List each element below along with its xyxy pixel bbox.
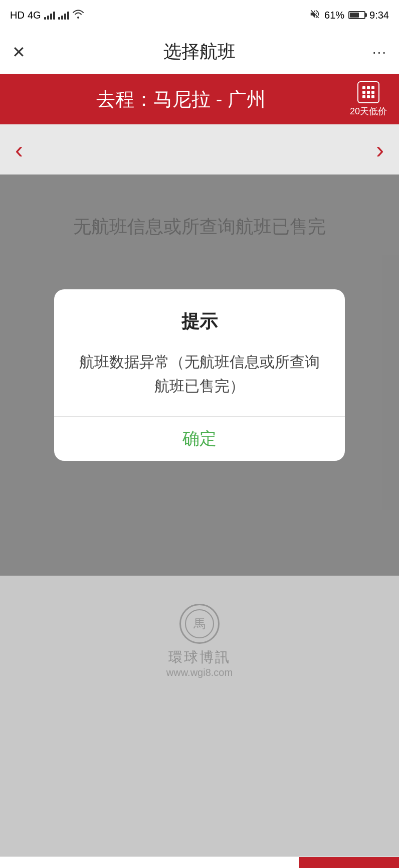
dialog-body: 提示 航班数据异常（无航班信息或所查询航班已售完） xyxy=(54,289,345,416)
battery-icon xyxy=(348,11,365,19)
main-content: 无航班信息或所查询航班已售完 提示 航班数据异常（无航班信息或所查询航班已售完）… xyxy=(0,175,399,576)
calendar-button[interactable]: 20天低价 xyxy=(350,81,387,117)
top-nav: ✕ 选择航班 ··· xyxy=(0,30,399,74)
wifi-icon xyxy=(72,10,84,21)
battery-percentage: 61% xyxy=(324,10,344,21)
watermark: 馬 環球博訊 www.wgi8.com xyxy=(166,604,233,678)
date-nav-row: ‹ › xyxy=(0,124,399,175)
confirm-button[interactable]: 确定 xyxy=(54,417,345,461)
status-left: HD 4G xyxy=(10,10,84,21)
signal-icon-2 xyxy=(58,11,69,20)
dialog-overlay: 提示 航班数据异常（无航班信息或所查询航班已售完） 确定 xyxy=(0,175,399,576)
next-step-button[interactable]: 下一步 xyxy=(299,857,399,869)
bottom-gray-area xyxy=(0,706,399,856)
signal-icon xyxy=(44,11,55,20)
calendar-icon xyxy=(357,81,379,103)
network-4g: 4G xyxy=(28,10,41,21)
route-banner: 去程：马尼拉 - 广州 20天低价 xyxy=(0,74,399,124)
watermark-logo: 馬 xyxy=(179,604,220,644)
close-button[interactable]: ✕ xyxy=(12,43,42,62)
more-button[interactable]: ··· xyxy=(357,44,387,60)
route-label: 去程：马尼拉 - 广州 xyxy=(96,89,266,110)
watermark-url: www.wgi8.com xyxy=(166,667,233,678)
prev-date-button[interactable]: ‹ xyxy=(15,136,23,163)
status-right: 61% 9:34 xyxy=(309,9,389,22)
watermark-area: 馬 環球博訊 www.wgi8.com xyxy=(0,576,399,706)
mute-icon xyxy=(309,9,320,22)
status-bar: HD 4G 61% 9:34 xyxy=(0,0,399,30)
time-display: 9:34 xyxy=(369,10,389,21)
page-title: 选择航班 xyxy=(42,40,357,64)
bottom-bar: ¥0 总计 明细 ∧ 下一步 xyxy=(0,856,399,868)
dialog-title: 提示 xyxy=(74,309,325,334)
svg-text:馬: 馬 xyxy=(193,617,206,630)
hd-indicator: HD xyxy=(10,10,25,21)
next-date-button[interactable]: › xyxy=(376,136,384,163)
calendar-label: 20天低价 xyxy=(350,105,387,117)
dialog-message: 航班数据异常（无航班信息或所查询航班已售完） xyxy=(74,350,325,398)
watermark-text-cn: 環球博訊 xyxy=(168,648,231,667)
alert-dialog: 提示 航班数据异常（无航班信息或所查询航班已售完） 确定 xyxy=(54,289,345,461)
